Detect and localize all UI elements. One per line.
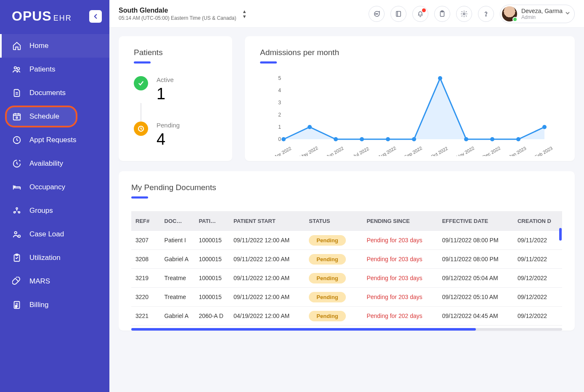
nav-label: Utilization [29,254,61,262]
svg-text:2: 2 [278,112,281,118]
nav-appt-requests[interactable]: Appt Requests [0,128,109,152]
cell-patient: 1000015 [194,231,229,250]
nav-home[interactable]: Home [0,34,109,58]
table-row[interactable]: 3219Treatme100001509/11/2022 12:00 AMPen… [131,269,562,288]
main: South Glendale 05:14 AM (UTC-05:00) East… [109,0,584,392]
nav-label: Groups [29,207,53,215]
clipboard-icon [438,10,446,18]
status-badge: Pending [309,235,345,246]
table-header[interactable]: REF# [131,211,160,231]
chat-icon [373,10,380,18]
cell-effective: 09/11/2022 08:00 PM [438,231,513,250]
svg-point-8 [19,212,20,213]
cell-creation: 09/12/2022 [513,288,562,307]
docs-table-wrap: REF#DOC…PATI…PATIENT STARTSTATUSPENDING … [131,211,562,326]
table-row[interactable]: 3208Gabriel A100001509/11/2022 12:00 AMP… [131,250,562,269]
tasks-button[interactable] [434,6,450,22]
table-row[interactable]: 3220Treatme100001509/11/2022 12:00 AMPen… [131,288,562,307]
pending-stat: Pending 4 [134,122,217,148]
svg-point-34 [386,137,390,141]
help-button[interactable] [478,6,494,22]
notifications-button[interactable] [412,6,428,22]
nav-label: Billing [29,301,48,309]
nav-billing[interactable]: $ Billing [0,293,109,317]
pending-docs-table: REF#DOC…PATI…PATIENT STARTSTATUSPENDING … [131,211,562,326]
table-header[interactable]: EFFECTIVE DATE [438,211,513,231]
sidebar-collapse-button[interactable] [89,10,102,23]
svg-text:1: 1 [278,124,281,130]
nav-patients[interactable]: Patients [0,58,109,81]
line-chart: 012345Apr 2022May 2022Jun 2022Jul 2022Au… [260,76,560,156]
horizontal-scrollbar-thumb[interactable] [131,328,476,331]
svg-point-21 [463,13,465,15]
active-label: Active [157,76,174,83]
title-accent [134,61,151,64]
svg-text:Oct 2022: Oct 2022 [430,146,449,156]
svg-text:May 2022: May 2022 [299,145,319,156]
patients-title: Patients [134,48,217,57]
nav-utilization[interactable]: Utilization [0,246,109,270]
cell-creation: 09/12/2022 [513,269,562,288]
content: Patients Active 1 Pending 4 [109,28,584,339]
library-button[interactable] [390,6,406,22]
bell-icon [417,10,424,18]
svg-text:Sep 2022: Sep 2022 [403,146,423,156]
nav-occupancy[interactable]: Occupancy [0,175,109,199]
svg-text:Apr 2022: Apr 2022 [273,146,292,156]
groups-icon [12,206,22,216]
status-badge: Pending [309,292,345,302]
cell-effective: 09/12/2022 04:45 AM [438,307,513,326]
cell-since: Pending for 203 days [362,269,438,288]
svg-point-39 [516,137,520,141]
cell-since: Pending for 203 days [362,288,438,307]
cell-creation: 09/11/2022 [513,250,562,269]
logo-row: OPUS EHR [0,0,109,30]
cell-start: 09/11/2022 12:00 AM [229,269,305,288]
table-header[interactable]: STATUS [305,211,362,231]
svg-point-38 [490,137,494,141]
active-stat-text: Active 1 [157,76,174,103]
cell-doc: Gabriel A [160,307,195,326]
nav-availability[interactable]: Availability [0,152,109,175]
location-tz: 05:14 AM (UTC-05:00) Eastern Time (US & … [119,15,236,21]
cell-doc: Treatme [160,288,195,307]
check-circle-icon [134,76,148,90]
horizontal-scrollbar-track[interactable] [131,328,562,331]
updown-icon: ▲▼ [242,9,247,19]
table-header[interactable]: PENDING SINCE [362,211,438,231]
svg-point-40 [542,125,547,129]
messages-button[interactable] [369,6,385,22]
table-header[interactable]: PATIENT START [229,211,305,231]
profile-menu[interactable]: Deveza, Garma Admin [500,5,575,23]
table-row[interactable]: 3221Gabriel A2060-A D04/19/2022 12:00 AM… [131,307,562,326]
nav-documents[interactable]: Documents [0,81,109,105]
svg-point-6 [16,208,18,209]
table-header-row: REF#DOC…PATI…PATIENT STARTSTATUSPENDING … [131,211,562,231]
nav-label: Occupancy [29,183,65,191]
home-icon [12,41,22,51]
active-stat: Active 1 [134,76,217,103]
table-row[interactable]: 3207Patient I100001509/11/2022 12:00 AMP… [131,231,562,250]
clock-alt-icon [12,159,22,169]
admissions-chart: 012345Apr 2022May 2022Jun 2022Jul 2022Au… [260,76,560,156]
nav-schedule[interactable]: Schedule [0,105,109,128]
app-logo: OPUS EHR [12,8,72,24]
users-icon [12,64,22,74]
vertical-scrollbar[interactable] [559,228,562,241]
bed-icon [12,182,22,192]
nav-mars[interactable]: MARS [0,270,109,293]
user-role: Admin [521,15,563,20]
svg-rect-18 [396,11,401,16]
nav-caseload[interactable]: Case Load [0,222,109,246]
table-header[interactable]: CREATION D [513,211,562,231]
nav-label: Documents [29,89,66,97]
cell-status: Pending [305,269,362,288]
table-header[interactable]: PATI… [194,211,229,231]
svg-text:Aug 2022: Aug 2022 [377,146,397,156]
settings-button[interactable] [456,6,472,22]
svg-text:Jul 2022: Jul 2022 [352,146,370,156]
nav-groups[interactable]: Groups [0,199,109,222]
table-header[interactable]: DOC… [160,211,195,231]
location-selector[interactable]: South Glendale 05:14 AM (UTC-05:00) East… [119,7,247,21]
nav-label: Availability [29,159,63,168]
